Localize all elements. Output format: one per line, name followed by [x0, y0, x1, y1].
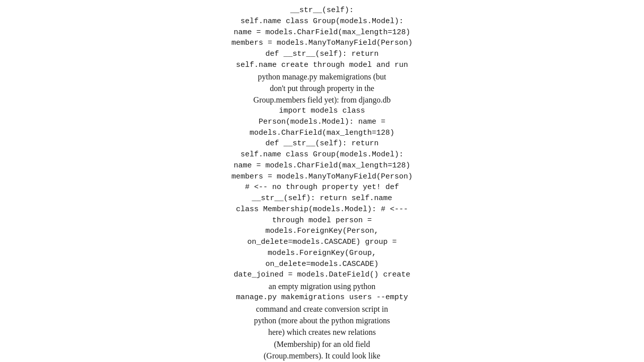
text-line: class Membership(models.Model): # <---	[136, 204, 508, 215]
text-line: members = models.ManyToManyField(Person)	[136, 171, 508, 183]
text-line: self.name class Group(models.Model):	[136, 149, 508, 160]
text-line: # <-- no through property yet! def	[136, 182, 508, 193]
text-line: python manage.py makemigrations (but	[136, 71, 508, 82]
text-line: __str__(self): return self.name	[136, 193, 508, 204]
text-line: manage.py makemigrations users --empty	[136, 292, 508, 303]
text-line: members = models.ManyToManyField(Person)	[136, 38, 508, 49]
text-line: command and create conversion script in	[136, 303, 508, 315]
text-line: python (more about the python migrations	[136, 315, 508, 326]
text-line: import models class	[136, 106, 508, 117]
text-line: def __str__(self): return	[136, 138, 508, 149]
text-line: Person(models.Model): name =	[136, 117, 508, 128]
text-line: models.ForeignKey(Group,	[136, 248, 508, 259]
text-line: self.name class Group(models.Model):	[136, 16, 508, 27]
text-line: def __str__(self): return	[136, 49, 508, 60]
text-line: (Group.members). It could look like	[136, 350, 508, 361]
text-line: name = models.CharField(max_length=128)	[136, 160, 508, 171]
text-line: name = models.CharField(max_length=128)	[136, 27, 508, 38]
text-line: models.ForeignKey(Person,	[136, 226, 508, 237]
text-line: __str__(self):	[136, 5, 508, 16]
text-line: here) which creates new relations	[136, 326, 508, 338]
text-line: through model person =	[136, 215, 508, 226]
text-line: self.name create through model and run	[136, 60, 508, 71]
main-content: __str__(self):self.name class Group(mode…	[0, 0, 644, 362]
text-line: on_delete=models.CASCADE)	[136, 259, 508, 270]
text-line: don't put through property in the	[136, 82, 508, 94]
text-line: on_delete=models.CASCADE) group =	[136, 237, 508, 248]
text-line: models.CharField(max_length=128)	[136, 128, 508, 139]
text-line: (Membership) for an old field	[136, 338, 508, 350]
text-line: date_joined = models.DateField() create	[136, 269, 508, 281]
text-line: Group.members field yet): from django.db	[136, 94, 508, 106]
text-block: __str__(self):self.name class Group(mode…	[126, 0, 518, 362]
text-line: an empty migration using python	[136, 281, 508, 292]
